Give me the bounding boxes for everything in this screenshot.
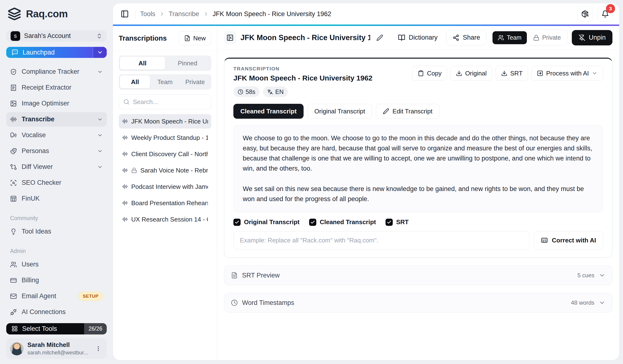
- layout-grid-icon: [12, 325, 18, 332]
- breadcrumb-tools[interactable]: Tools: [140, 10, 155, 18]
- correction-input[interactable]: [233, 231, 530, 249]
- audio-lines-icon: [122, 168, 128, 173]
- visibility-private[interactable]: Private: [528, 31, 566, 44]
- filter-scope: All Team Private: [119, 74, 211, 90]
- export-options: Original Transcript Cleaned Transcript S…: [233, 218, 603, 226]
- visibility-team[interactable]: Team: [492, 31, 527, 44]
- checkbox-checked-icon: [385, 219, 393, 226]
- sidebar-item-personas[interactable]: Personas: [6, 144, 107, 158]
- list-item[interactable]: Board Presentation Rehearsal: [119, 196, 211, 210]
- sidebar-item-tool-ideas[interactable]: Tool Ideas: [6, 224, 107, 239]
- account-switcher[interactable]: s Sarah's Account: [6, 30, 107, 42]
- srt-preview-label: SRT Preview: [242, 272, 573, 279]
- unpin-button[interactable]: Unpin: [572, 30, 612, 45]
- list-item[interactable]: Sarah Voice Note - Rebrand T...: [119, 163, 211, 178]
- detail-header: JFK Moon Speech - Rice University 1962 D…: [217, 26, 619, 49]
- sidebar-item-receipt-extractor[interactable]: Receipt Extractor: [6, 81, 107, 95]
- sidebar-item-vocalise[interactable]: Vocalise: [6, 128, 107, 143]
- download-srt-button[interactable]: SRT: [496, 66, 528, 81]
- languages-icon: [267, 89, 273, 95]
- unplug-icon: [10, 309, 17, 316]
- sidebar-item-transcribe[interactable]: Transcribe: [6, 112, 107, 127]
- correct-with-ai-button[interactable]: Correct with AI: [534, 231, 603, 249]
- sidebar-item-users[interactable]: Users: [6, 257, 107, 272]
- sidebar-nav: Compliance Tracker Receipt Extractor Ima…: [6, 65, 107, 206]
- search-input[interactable]: [133, 98, 213, 106]
- download-original-button[interactable]: Original: [450, 66, 492, 81]
- srt-preview-row[interactable]: SRT Preview 5 cues: [224, 265, 612, 285]
- package-search-icon: [581, 10, 589, 18]
- launchpad-main[interactable]: Launchpad: [6, 47, 93, 58]
- topbar-divider: [135, 9, 135, 19]
- sidebar-toggle-button[interactable]: [119, 8, 130, 20]
- select-tools-button[interactable]: Select Tools 26/26: [6, 323, 107, 334]
- sidebar-item-ai-connections[interactable]: AI Connections: [6, 305, 107, 319]
- page-title: JFK Moon Speech - Rice University 1962: [241, 33, 370, 42]
- audio-lines-icon: [122, 200, 128, 206]
- more-vertical-icon[interactable]: [94, 344, 103, 353]
- tab-scope-all[interactable]: All: [120, 75, 150, 88]
- process-with-ai-button[interactable]: Process with AI: [532, 66, 603, 81]
- package-search-button[interactable]: [577, 6, 593, 22]
- chevron-down-icon: [599, 272, 605, 279]
- credit-card-icon: [10, 277, 17, 284]
- new-transcription-button[interactable]: New: [178, 31, 211, 45]
- list-item[interactable]: Weekly Product Standup - 17 Feb: [119, 130, 211, 145]
- visibility-toggle: Team Private: [491, 30, 568, 46]
- word-timestamps-label: Word Timestamps: [242, 299, 567, 307]
- breadcrumb-transcribe[interactable]: Transcribe: [169, 10, 199, 18]
- panel-collapse-button[interactable]: [224, 31, 236, 44]
- sidebar-item-finuk[interactable]: FinUK: [6, 192, 107, 206]
- list-item[interactable]: UX Research Session 14 - Onboar...: [119, 212, 211, 227]
- list-item[interactable]: JFK Moon Speech - Rice Universi...: [119, 114, 211, 128]
- transcriptions-title: Transcriptions: [119, 34, 167, 42]
- list-item[interactable]: Podcast Interview with James Th...: [119, 179, 211, 194]
- shield-check-icon: [10, 68, 17, 75]
- sidebar-item-image-optimiser[interactable]: Image Optimiser: [6, 96, 107, 111]
- profile-card[interactable]: Sarah Mitchell sarah.mitchell@westbur...: [6, 338, 107, 359]
- launchpad-expand[interactable]: [93, 47, 107, 58]
- share-button[interactable]: Share: [446, 30, 487, 45]
- chevron-down-icon: [97, 132, 103, 138]
- select-tools-label: Select Tools: [22, 325, 57, 333]
- tab-original-transcript[interactable]: Original Transcript: [307, 104, 372, 119]
- audio-lines-icon: [10, 116, 17, 123]
- sidebar-item-diff-viewer[interactable]: Diff Viewer: [6, 160, 107, 174]
- book-open-icon: [398, 34, 405, 41]
- select-tools-main[interactable]: Select Tools: [6, 323, 84, 334]
- image-icon: [10, 100, 17, 107]
- tab-pinned[interactable]: Pinned: [165, 57, 210, 70]
- select-tools-count: 26/26: [84, 323, 107, 334]
- checkbox-srt[interactable]: SRT: [385, 218, 409, 226]
- tab-scope-team[interactable]: Team: [150, 75, 180, 88]
- checkbox-cleaned-transcript[interactable]: Cleaned Transcript: [309, 218, 376, 226]
- notification-count-badge: 3: [606, 4, 615, 13]
- sidebar-item-compliance-tracker[interactable]: Compliance Tracker: [6, 65, 107, 79]
- dictionary-button[interactable]: Dictionary: [394, 30, 442, 45]
- section-community: Community: [6, 215, 107, 221]
- sidebar-item-email-agent[interactable]: Email Agent SETUP: [6, 289, 107, 303]
- checkbox-original-transcript[interactable]: Original Transcript: [233, 218, 299, 226]
- word-timestamps-row[interactable]: Word Timestamps 48 words: [224, 293, 612, 313]
- main-panel: Tools Transcribe JFK Moon Speech - Rice …: [113, 3, 619, 360]
- sidebar-item-billing[interactable]: Billing: [6, 273, 107, 288]
- captions-icon: [541, 237, 548, 244]
- launchpad-button[interactable]: Launchpad: [6, 47, 107, 58]
- copy-button[interactable]: Copy: [412, 66, 447, 81]
- lightbulb-icon: [10, 228, 17, 235]
- edit-title-button[interactable]: [375, 32, 385, 43]
- sidebar-item-seo-checker[interactable]: SEO Checker: [6, 176, 107, 190]
- tab-scope-private[interactable]: Private: [180, 75, 210, 88]
- tab-cleaned-transcript[interactable]: Cleaned Transcript: [233, 104, 304, 119]
- chevron-down-icon: [97, 69, 103, 75]
- notifications-button[interactable]: 3: [598, 6, 613, 22]
- list-item[interactable]: Client Discovery Call - Northfield ...: [119, 147, 211, 161]
- tab-all[interactable]: All: [120, 57, 165, 70]
- tab-edit-transcript[interactable]: Edit Transcript: [376, 104, 439, 119]
- setup-badge: SETUP: [78, 292, 103, 301]
- table-icon: [10, 195, 17, 202]
- launchpad-label: Launchpad: [22, 49, 55, 56]
- pencil-line-icon: [383, 108, 389, 114]
- clock-icon: [231, 299, 238, 306]
- download-icon: [456, 70, 462, 76]
